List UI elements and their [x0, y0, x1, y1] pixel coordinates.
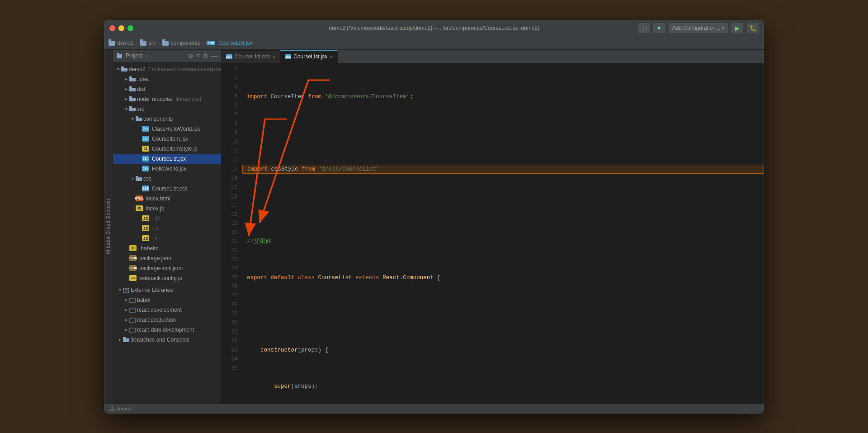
sidebar-header-icons: ⊕ ≡ ⚙ — — [188, 52, 217, 59]
sidebar-title: Project ▾ — [117, 52, 185, 59]
svg-rect-14 — [136, 118, 142, 121]
run-button[interactable]: ▶ — [731, 23, 743, 33]
titlebar: demo2 [/Volumes/code/react-study/demo2] … — [104, 20, 764, 37]
svg-rect-17 — [136, 176, 138, 177]
tree-item-node-modules[interactable]: node_modules library root — [113, 94, 221, 104]
svg-rect-4 — [121, 68, 127, 71]
code-line-10: super(props); — [247, 382, 764, 391]
tree-item-react-dom-dev[interactable]: react-dom.development — [113, 325, 221, 335]
minimize-panel-icon[interactable]: — — [211, 52, 217, 59]
search-icon-btn[interactable]: ✦ — [653, 23, 665, 33]
config-dropdown-icon: ▾ — [722, 26, 724, 31]
titlebar-right: ✦ Add Configuration... ▾ ▶ 🐛 — [638, 23, 759, 33]
tree-item-index-html[interactable]: HTML index.html — [113, 194, 221, 204]
git-branch-status: demo2 — [108, 406, 133, 411]
svg-rect-15 — [136, 116, 138, 118]
svg-rect-12 — [129, 108, 136, 111]
folder-icon-2 — [140, 41, 146, 46]
svg-line-32 — [110, 409, 112, 410]
code-line-6: //父组件 — [247, 237, 764, 246]
code-line-9: constructor(props) { — [247, 346, 764, 355]
svg-rect-22 — [130, 308, 135, 313]
settings-icon[interactable]: ⚙ — [203, 52, 208, 59]
code-editor[interactable]: 2 3 4 5 6 7 8 9 10 11 12 13 14 15 16 17 — [222, 63, 764, 404]
svg-rect-26 — [123, 337, 126, 338]
tree-item-external-libs[interactable]: External Libraries — [113, 285, 221, 295]
tree-item-courselist[interactable]: JSX CourseList.jsx — [113, 154, 221, 164]
tree-item-webpack[interactable]: JS webpack.config.js — [113, 273, 221, 283]
code-line-8 — [247, 309, 764, 319]
breadcrumb-src[interactable]: src — [149, 40, 156, 46]
tree-item-l3[interactable]: JS ·js — [113, 233, 221, 243]
breadcrumb-bar: demo2 › src › components › JSX CourseLis… — [104, 37, 764, 50]
code-line-2: import CourseItem from '@/components/Cou… — [247, 92, 764, 101]
tree-item-idea[interactable]: .idea — [113, 74, 221, 84]
line-numbers: 2 3 4 5 6 7 8 9 10 11 12 13 14 15 16 17 — [222, 63, 242, 404]
maximize-button[interactable] — [127, 25, 133, 31]
editor-area: CSS CourseList.css × JSX CourseList.jsx … — [222, 50, 764, 404]
tree-item-index-js[interactable]: JS index.js — [113, 204, 221, 214]
code-content[interactable]: import CourseItem from '@/components/Cou… — [242, 63, 764, 404]
tree-item-demo2[interactable]: demo2 / Volumes/code/react-study/demo2 — [113, 64, 221, 74]
sidebar-header: Project ▾ ⊕ ≡ ⚙ — — [113, 50, 221, 62]
tab-jsx-close[interactable]: × — [330, 54, 333, 59]
svg-point-28 — [112, 406, 113, 408]
tree-item-css-folder[interactable]: css — [113, 174, 221, 184]
breadcrumb-components[interactable]: components — [171, 40, 200, 46]
sort-icon[interactable]: ≡ — [196, 52, 200, 59]
svg-rect-18 — [123, 288, 129, 293]
tree-view[interactable]: demo2 / Volumes/code/react-study/demo2 .… — [113, 62, 221, 404]
layout-icon-btn[interactable] — [638, 23, 650, 33]
bottom-bar: demo2 — [104, 404, 764, 414]
sidebar-outer: Alibaba Cloud Explorer Project ▾ ⊕ — [104, 50, 222, 404]
debug-button[interactable]: 🐛 — [747, 23, 759, 33]
tab-bar: CSS CourseList.css × JSX CourseList.jsx … — [222, 50, 764, 63]
minimize-button[interactable] — [118, 25, 124, 31]
svg-point-29 — [110, 410, 111, 411]
tree-item-courseitemstyle[interactable]: JS CourseItemStyle.js — [113, 144, 221, 154]
tree-item-classhelloworld[interactable]: JSX ClassHelloWorld.jsx — [113, 124, 221, 134]
svg-rect-9 — [129, 86, 132, 88]
tree-item-react-prod[interactable]: react.production — [113, 315, 221, 325]
tab-css-close[interactable]: × — [273, 54, 275, 59]
code-line-7: export default class CourseList extends … — [247, 273, 764, 282]
add-config-button[interactable]: Add Configuration... ▾ — [669, 23, 728, 33]
tree-item-package-lock[interactable]: JSON package-lock.json — [113, 263, 221, 273]
tree-item-react-dev[interactable]: react.development — [113, 305, 221, 315]
tab-jsx[interactable]: JSX CourseList.jsx × — [280, 50, 338, 63]
tree-item-dist[interactable]: dist — [113, 84, 221, 94]
tree-item-l1[interactable]: JS ·l.js — [113, 214, 221, 224]
tree-item-src[interactable]: src — [113, 104, 221, 114]
svg-line-33 — [112, 409, 114, 410]
svg-rect-8 — [129, 88, 136, 91]
tree-item-courselist-css[interactable]: CSS CourseList.css — [113, 184, 221, 194]
locate-icon[interactable]: ⊕ — [188, 52, 193, 59]
tree-item-helloworld[interactable]: JSX HelloWorld.jsx — [113, 164, 221, 174]
main-content: Alibaba Cloud Explorer Project ▾ ⊕ — [104, 50, 764, 404]
tree-item-courseitem[interactable]: JSX CourseItem.jsx — [113, 134, 221, 144]
close-button[interactable] — [109, 25, 115, 31]
tree-item-l2[interactable]: JS ·l·s — [113, 224, 221, 233]
breadcrumb-demo2[interactable]: demo2 — [117, 40, 134, 46]
svg-rect-24 — [130, 328, 135, 333]
add-config-label: Add Configuration... — [672, 25, 720, 31]
tree-item-scratches[interactable]: Scratches and Consoles — [113, 335, 221, 345]
svg-rect-6 — [129, 78, 136, 81]
svg-rect-10 — [129, 98, 136, 101]
tab-jsx-label: CourseList.jsx — [293, 53, 327, 60]
svg-rect-25 — [123, 338, 129, 342]
svg-rect-21 — [130, 298, 135, 303]
alibaba-cloud-tab[interactable]: Alibaba Cloud Explorer — [104, 50, 113, 404]
tree-item-babel[interactable]: babel — [113, 295, 221, 305]
tab-css[interactable]: CSS CourseList.css × — [222, 50, 280, 63]
code-line-3 — [247, 128, 764, 138]
svg-rect-13 — [129, 106, 132, 108]
tree-item-package-json[interactable]: JSON package.json — [113, 253, 221, 263]
tree-item-components[interactable]: components — [113, 114, 221, 124]
svg-rect-2 — [117, 54, 122, 58]
tree-item-babelrc[interactable]: .B .babelrc — [113, 243, 221, 253]
traffic-lights — [109, 25, 133, 31]
svg-rect-16 — [136, 177, 142, 181]
tab-css-label: CourseList.css — [235, 53, 270, 60]
breadcrumb-file[interactable]: JSX CourseList.jsx — [207, 40, 252, 46]
